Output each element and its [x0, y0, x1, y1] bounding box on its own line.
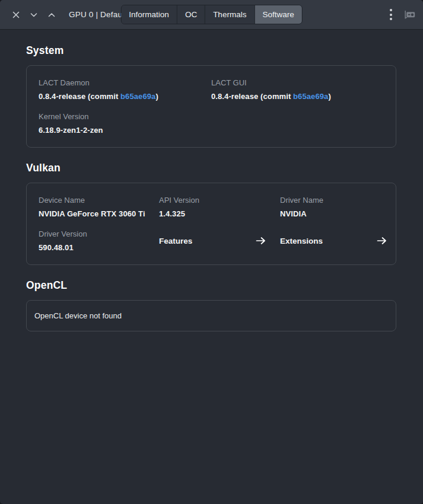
software-page: System LACT Daemon 0.8.4-release (commit… — [0, 30, 423, 504]
gpu-card-icon — [404, 10, 416, 20]
collapse-button[interactable] — [25, 6, 43, 24]
vulkan-card: Device Name NVIDIA GeForce RTX 3060 Ti A… — [26, 183, 396, 265]
opencl-heading: OpenCL — [26, 279, 396, 292]
opencl-status-message: OpenCL device not found — [34, 308, 388, 323]
header-actions — [385, 5, 416, 24]
link-label: Extensions — [280, 237, 323, 245]
vulkan-features-button[interactable]: Features — [159, 237, 266, 245]
field-value: 0.8.4-release (commit b65ae69a) — [211, 92, 384, 101]
commit-link[interactable]: b65ae69a — [120, 92, 155, 101]
system-heading: System — [26, 44, 396, 57]
field-label: LACT GUI — [211, 78, 384, 87]
field-driver-version: Driver Version 590.48.01 — [39, 229, 159, 252]
arrow-right-icon — [377, 237, 387, 245]
field-lact-gui: LACT GUI 0.8.4-release (commit b65ae69a) — [211, 78, 384, 101]
expand-button[interactable] — [43, 6, 61, 24]
menu-button[interactable] — [385, 5, 397, 24]
chevron-up-icon — [47, 11, 56, 19]
field-kernel-version: Kernel Version 6.18.9-zen1-2-zen — [39, 112, 211, 135]
kebab-menu-icon — [390, 9, 392, 20]
field-label: Kernel Version — [39, 112, 211, 121]
link-label: Features — [159, 237, 192, 245]
field-driver-name: Driver Name NVIDIA — [280, 196, 387, 218]
vulkan-heading: Vulkan — [26, 162, 396, 174]
vulkan-extensions-button[interactable]: Extensions — [280, 237, 387, 245]
field-api-version: API Version 1.4.325 — [159, 196, 280, 218]
gpu-selector[interactable]: GPU 0 | Default — [69, 10, 126, 19]
field-label: Device Name — [39, 196, 159, 205]
field-label: API Version — [159, 196, 280, 205]
field-value: NVIDIA — [280, 209, 387, 218]
field-value: 590.48.01 — [39, 243, 159, 252]
chevron-down-icon — [30, 11, 38, 19]
field-label: Driver Name — [280, 196, 387, 205]
close-button[interactable] — [7, 6, 25, 24]
field-value: 6.18.9-zen1-2-zen — [39, 126, 211, 135]
field-value: 0.8.4-release (commit b65ae69a) — [39, 92, 211, 101]
tab-information[interactable]: Information — [121, 5, 177, 24]
tab-software[interactable]: Software — [255, 5, 301, 24]
commit-link[interactable]: b65ae69a — [293, 92, 328, 101]
system-card: LACT Daemon 0.8.4-release (commit b65ae6… — [26, 65, 396, 148]
field-label: LACT Daemon — [39, 78, 211, 87]
tab-oc[interactable]: OC — [177, 5, 205, 24]
tab-thermals[interactable]: Thermals — [205, 5, 255, 24]
header-bar: GPU 0 | Default Information OC Thermals … — [0, 0, 423, 30]
close-icon — [12, 11, 20, 19]
field-value: 1.4.325 — [159, 209, 280, 218]
field-label: Driver Version — [39, 229, 159, 238]
opencl-card: OpenCL device not found — [26, 300, 396, 331]
lact-window: GPU 0 | Default Information OC Thermals … — [0, 0, 423, 504]
tab-bar: Information OC Thermals Software — [120, 5, 302, 24]
field-value: NVIDIA GeForce RTX 3060 Ti — [39, 209, 159, 218]
field-lact-daemon: LACT Daemon 0.8.4-release (commit b65ae6… — [39, 78, 211, 101]
arrow-right-icon — [256, 237, 266, 245]
field-device-name: Device Name NVIDIA GeForce RTX 3060 Ti — [39, 196, 159, 218]
